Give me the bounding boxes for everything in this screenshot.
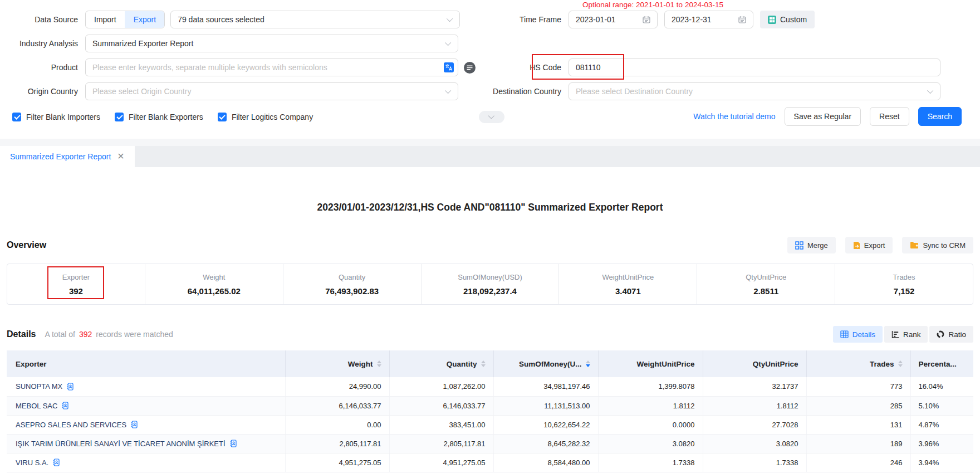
filter-checkbox[interactable]: Filter Logitics Company bbox=[218, 113, 313, 121]
checkbox-icon[interactable] bbox=[218, 113, 227, 121]
data-sources-select[interactable]: 79 data sources selected bbox=[170, 11, 460, 28]
destination-country-select[interactable]: Please select Destination Country bbox=[569, 82, 940, 100]
sync-to-crm-button[interactable]: Sync to CRM bbox=[902, 237, 973, 253]
overview-stat: QtyUnitPrice 2.8511 bbox=[697, 264, 835, 304]
export-toggle[interactable]: Export bbox=[125, 11, 164, 28]
column-header[interactable]: WeightUnitPrice bbox=[598, 350, 703, 377]
qty-unit-price-cell: 32.1737 bbox=[703, 377, 806, 396]
search-button[interactable]: Search bbox=[918, 107, 962, 126]
exporter-cell: ASEPRO SALES AND SERVICES bbox=[7, 415, 285, 434]
count-suffix: records were matched bbox=[96, 330, 173, 339]
overview-stat: SumOfMoney(USD) 218,092,237.4 bbox=[421, 264, 559, 304]
destination-country-group: Destination Country Please select Destin… bbox=[476, 82, 940, 101]
contact-icon[interactable] bbox=[67, 383, 74, 391]
reset-button[interactable]: Reset bbox=[870, 107, 909, 126]
start-date-picker[interactable]: 2023-01-01 bbox=[569, 11, 658, 28]
filter-checkbox[interactable]: Filter Blank Importers bbox=[12, 113, 100, 121]
export-label: Export bbox=[864, 241, 885, 250]
overview-stat: Weight 64,011,265.02 bbox=[145, 264, 283, 304]
product-input[interactable] bbox=[85, 58, 458, 76]
merge-button[interactable]: Merge bbox=[787, 237, 836, 253]
exporter-link[interactable]: MEBOL SAC bbox=[16, 402, 57, 410]
start-date-value: 2023-01-01 bbox=[576, 15, 616, 24]
export-button[interactable]: Export bbox=[845, 237, 893, 253]
stat-value: 76,493,902.83 bbox=[325, 286, 379, 296]
checkbox-icon[interactable] bbox=[12, 113, 21, 121]
weight-unit-price-cell: 3.0820 bbox=[598, 434, 703, 453]
sort-icon[interactable] bbox=[586, 360, 590, 367]
column-label: Quantity bbox=[447, 360, 477, 368]
weight-unit-price-cell: 0.0000 bbox=[598, 415, 703, 434]
column-label: WeightUnitPrice bbox=[636, 360, 694, 368]
custom-range-button[interactable]: Custom bbox=[760, 11, 815, 28]
checkbox-label: Filter Blank Exporters bbox=[129, 113, 203, 121]
contact-icon[interactable] bbox=[53, 459, 60, 466]
sort-icon[interactable] bbox=[377, 360, 381, 367]
record-count-text: A total of 392 records were matched bbox=[45, 330, 173, 339]
industry-analysis-select[interactable]: Summarized Exporter Report bbox=[85, 35, 458, 52]
contact-icon[interactable] bbox=[230, 440, 237, 447]
stat-label: Weight bbox=[203, 273, 225, 281]
record-count: 392 bbox=[79, 330, 92, 339]
time-frame-group: Optional range: 2021-01-01 to 2024-03-15… bbox=[476, 10, 815, 29]
view-rank-label: Rank bbox=[903, 330, 921, 339]
table-row: SUNOPTA MX 24,990.00 1,087,262.00 34,981… bbox=[7, 377, 973, 396]
merge-label: Merge bbox=[807, 241, 828, 250]
import-toggle[interactable]: Import bbox=[86, 11, 125, 28]
translate-icon[interactable] bbox=[444, 62, 454, 75]
origin-country-label: Origin Country bbox=[0, 87, 85, 96]
origin-country-placeholder: Please select Origin Country bbox=[92, 87, 191, 96]
save-as-regular-button[interactable]: Save as Regular bbox=[785, 107, 861, 126]
column-header[interactable]: SumOfMoney(U... bbox=[493, 350, 598, 377]
origin-country-select[interactable]: Please select Origin Country bbox=[85, 82, 458, 100]
column-header[interactable]: QtyUnitPrice bbox=[703, 350, 806, 377]
data-source-label: Data Source bbox=[0, 15, 85, 24]
view-ratio-label: Ratio bbox=[948, 330, 966, 339]
overview-heading: Overview bbox=[7, 240, 46, 250]
column-header[interactable]: Percenta... bbox=[910, 350, 973, 377]
column-header[interactable]: Quantity bbox=[389, 350, 493, 377]
filter-checkboxes: Filter Blank Importers Filter Blank Expo… bbox=[12, 109, 313, 125]
keyword-list-icon[interactable] bbox=[463, 61, 476, 74]
column-header[interactable]: Trades bbox=[806, 350, 910, 377]
column-header[interactable]: Weight bbox=[285, 350, 389, 377]
tab-bar: Summarized Exporter Report ✕ bbox=[0, 146, 980, 167]
exporter-cell: IŞIK TARIM ÜRÜNLERİ SANAYİ VE TİCARET AN… bbox=[7, 434, 285, 453]
stat-value: 2.8511 bbox=[753, 286, 778, 296]
filter-checkbox[interactable]: Filter Blank Exporters bbox=[115, 113, 203, 121]
filter-options-row: Filter Blank Importers Filter Blank Expo… bbox=[0, 109, 980, 125]
export-file-icon bbox=[853, 241, 860, 250]
sort-icon[interactable] bbox=[898, 360, 903, 367]
tab-summarized-exporter-report[interactable]: Summarized Exporter Report ✕ bbox=[0, 146, 135, 167]
view-details-button[interactable]: Details bbox=[833, 326, 883, 343]
column-label: SumOfMoney(U... bbox=[519, 360, 582, 368]
weight-cell: 24,990.00 bbox=[285, 377, 389, 396]
collapse-toggle[interactable] bbox=[479, 111, 504, 123]
sort-icon[interactable] bbox=[481, 360, 486, 367]
report-title: 2023/01/01-2023/12/31,HS Code AND"081110… bbox=[0, 202, 980, 213]
close-icon[interactable]: ✕ bbox=[117, 152, 124, 161]
exporter-link[interactable]: ASEPRO SALES AND SERVICES bbox=[16, 421, 126, 429]
view-ratio-button[interactable]: Ratio bbox=[929, 326, 973, 343]
hs-code-input[interactable] bbox=[569, 58, 940, 76]
tutorial-link[interactable]: Watch the tutorial demo bbox=[693, 112, 775, 121]
end-date-picker[interactable]: 2023-12-31 bbox=[664, 11, 753, 28]
end-date-value: 2023-12-31 bbox=[672, 15, 712, 24]
exporter-link[interactable]: IŞIK TARIM ÜRÜNLERİ SANAYİ VE TİCARET AN… bbox=[16, 440, 226, 448]
stat-value: 218,092,237.4 bbox=[463, 286, 517, 296]
contact-icon[interactable] bbox=[131, 421, 138, 428]
quantity-cell: 1,087,262.00 bbox=[389, 377, 493, 396]
view-rank-button[interactable]: Rank bbox=[884, 326, 928, 343]
stat-value: 3.4071 bbox=[615, 286, 641, 296]
optional-range-text: Optional range: 2021-01-01 to 2024-03-15 bbox=[582, 1, 723, 9]
column-header[interactable]: Exporter bbox=[7, 350, 285, 377]
exporter-link[interactable]: VIRU S.A. bbox=[16, 459, 48, 467]
exporter-link[interactable]: SUNOPTA MX bbox=[16, 382, 62, 391]
stat-value: 64,011,265.02 bbox=[188, 286, 241, 296]
filter-form: Data Source Import Export 79 data source… bbox=[0, 0, 980, 139]
destination-country-placeholder: Please select Destination Country bbox=[576, 87, 693, 96]
checkbox-icon[interactable] bbox=[115, 113, 124, 121]
overview-stat: Exporter 392 bbox=[7, 264, 145, 304]
weight-cell: 0.00 bbox=[285, 415, 389, 434]
contact-icon[interactable] bbox=[62, 402, 68, 409]
